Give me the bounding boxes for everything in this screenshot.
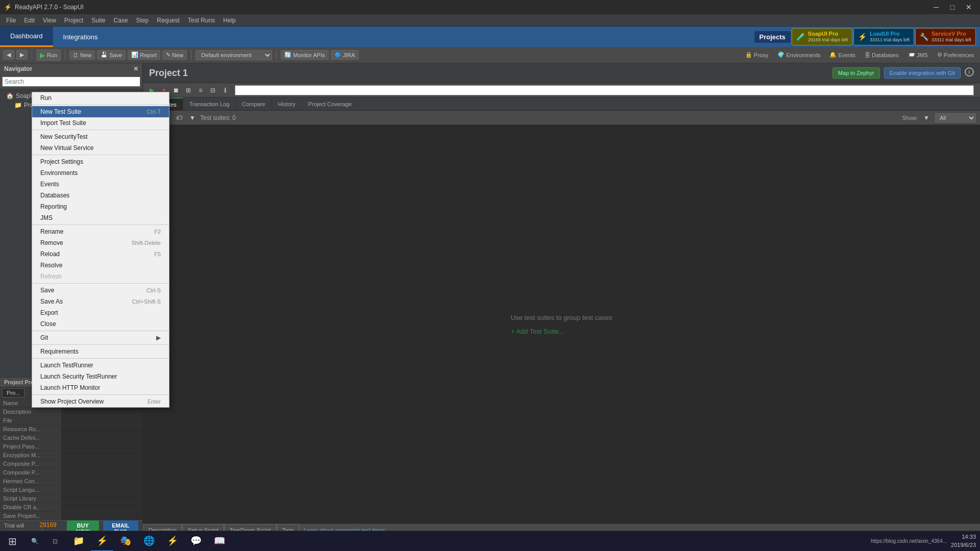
tab-integrations[interactable]: Integrations: [53, 27, 108, 47]
menu-request[interactable]: Request: [153, 16, 184, 25]
ctx-import-test-suite[interactable]: Import Test Suite: [32, 117, 169, 129]
tab-dashboard[interactable]: Dashboard: [0, 27, 53, 47]
filter-btn[interactable]: ▼: [187, 112, 198, 123]
menu-suite[interactable]: Suite: [87, 16, 109, 25]
ctx-jms[interactable]: JMS: [32, 212, 169, 223]
ctx-refresh[interactable]: Refresh: [32, 271, 169, 282]
menu-test-runs[interactable]: Test Runs: [184, 16, 219, 25]
search-input[interactable]: [2, 77, 140, 87]
info-toggle[interactable]: ℹ: [219, 85, 231, 96]
prop-val-comp2[interactable]: [61, 468, 142, 477]
prop-val-scriptlib[interactable]: [61, 494, 142, 503]
stop2-button[interactable]: ⏹: [170, 85, 182, 96]
events-button[interactable]: 🔔 Events: [826, 51, 859, 59]
nav-close-button[interactable]: ✕: [133, 65, 138, 72]
minimize-button[interactable]: ─: [929, 0, 943, 14]
prop-val-desc[interactable]: [61, 408, 142, 416]
ctx-new-test-suite[interactable]: New Test SuiteCtrl-T: [32, 106, 169, 117]
save-button[interactable]: 💾 Save: [97, 50, 126, 60]
taskbar-dict[interactable]: 📖: [208, 531, 231, 552]
proxy-button[interactable]: 🔒 Proxy: [742, 51, 771, 59]
menu-edit[interactable]: Edit: [20, 16, 39, 25]
tab-history[interactable]: History: [272, 97, 302, 110]
taskbar-search-button[interactable]: 🔍: [24, 531, 45, 552]
prop-val-save[interactable]: [61, 512, 142, 520]
projects-btn[interactable]: Projects: [754, 31, 791, 43]
taskbar-explorer[interactable]: 📁: [67, 531, 90, 552]
menu-help[interactable]: Help: [219, 16, 240, 25]
prop-val-disable[interactable]: [61, 503, 142, 511]
ctx-new-security-test[interactable]: New SecurityTest: [32, 131, 169, 142]
taskbar-wechat[interactable]: 💬: [185, 531, 207, 552]
monitor-apis-button[interactable]: 🔄 Monitor APIs: [281, 50, 328, 60]
prop-val-hermes[interactable]: [61, 477, 142, 485]
prop-val-file[interactable]: [61, 416, 142, 424]
ctx-reload[interactable]: ReloadF5: [32, 248, 169, 260]
ctx-databases[interactable]: Databases: [32, 190, 169, 201]
prop-val-cache[interactable]: [61, 434, 142, 442]
ctx-git[interactable]: Git▶: [32, 332, 169, 343]
environment-select[interactable]: Default environment: [195, 50, 272, 60]
servicev-pro-btn[interactable]: 🔧 ServiceV Pro 33311 trial days left: [915, 28, 976, 45]
prop-val-encrypt[interactable]: [61, 451, 142, 459]
ctx-reporting[interactable]: Reporting: [32, 201, 169, 212]
tab-project-coverage[interactable]: Project Coverage: [302, 97, 358, 110]
prop-val-pass[interactable]: [61, 442, 142, 450]
report-button[interactable]: 📊 Report: [128, 50, 160, 60]
ctx-requirements[interactable]: Requirements: [32, 346, 169, 357]
ctx-save-as[interactable]: Save AsCtrl+Shift-S: [32, 296, 169, 307]
menu-file[interactable]: File: [2, 16, 20, 25]
properties-tab[interactable]: Pro...: [2, 388, 24, 397]
tab-transaction-log[interactable]: Transaction Log: [183, 97, 236, 110]
ctx-save[interactable]: SaveCtrl-S: [32, 285, 169, 296]
ctx-project-settings[interactable]: Project Settings: [32, 156, 169, 167]
menu-view[interactable]: View: [39, 16, 60, 25]
ctx-new-virtual-service[interactable]: New Virtual Service: [32, 142, 169, 154]
ctx-events[interactable]: Events: [32, 179, 169, 190]
show-select[interactable]: All: [935, 113, 976, 122]
show-filter-arrow[interactable]: ▼: [921, 112, 932, 123]
ctx-show-project-overview[interactable]: Show Project OverviewEnter: [32, 396, 169, 407]
ctx-export[interactable]: Export: [32, 307, 169, 318]
ctx-remove[interactable]: RemoveShift-Delete: [32, 237, 169, 248]
environments-button[interactable]: 🌍 Environments: [774, 51, 823, 59]
prop-val-resource[interactable]: [61, 425, 142, 433]
maximize-button[interactable]: □: [945, 0, 960, 14]
taskbar-app1[interactable]: 🎭: [114, 531, 137, 552]
ctx-launch-testrunner[interactable]: Launch TestRunner: [32, 360, 169, 371]
taskbar-readyapi2[interactable]: ⚡: [161, 531, 184, 552]
split-button[interactable]: ⊞: [183, 85, 194, 96]
tag-btn[interactable]: 🏷: [174, 112, 185, 123]
jira-button[interactable]: 🔷 JIRA: [331, 50, 359, 60]
forward-button[interactable]: ▶: [16, 50, 28, 60]
enable-git-button[interactable]: Enable integration with Git: [884, 67, 961, 79]
run-button[interactable]: ▶ Run: [36, 49, 61, 61]
taskbar-readyapi-app[interactable]: ⚡: [91, 531, 113, 552]
ctx-launch-http-monitor[interactable]: Launch HTTP Monitor: [32, 382, 169, 393]
start-button[interactable]: ⊞: [0, 531, 24, 552]
new-button[interactable]: 🗋 New: [69, 51, 95, 60]
ctx-launch-security-testrunner[interactable]: Launch Security TestRunner: [32, 371, 169, 382]
ctx-close[interactable]: Close: [32, 318, 169, 330]
taskbar-chrome[interactable]: 🌐: [138, 531, 160, 552]
ctx-environments[interactable]: Environments: [32, 167, 169, 179]
prop-val-comp1[interactable]: [61, 460, 142, 468]
suite-search-input[interactable]: [235, 85, 974, 95]
jms-button[interactable]: 📨 JMS: [905, 51, 931, 59]
preferences-button[interactable]: ⚙ Preferences: [934, 51, 977, 59]
list-view-button[interactable]: ≡: [195, 85, 206, 96]
ctx-rename[interactable]: RenameF2: [32, 226, 169, 237]
back-button[interactable]: ◀: [3, 50, 14, 60]
menu-project[interactable]: Project: [60, 16, 87, 25]
tab-compare[interactable]: Compare: [236, 97, 272, 110]
close-button[interactable]: ✕: [962, 0, 976, 14]
info-button[interactable]: i: [965, 67, 974, 77]
new2-button[interactable]: ✎ New: [162, 50, 187, 60]
prop-val-scriptlang[interactable]: [61, 486, 142, 494]
menu-case[interactable]: Case: [110, 16, 132, 25]
databases-button[interactable]: 🗄 Databases: [862, 51, 902, 59]
task-view-button[interactable]: ⊡: [45, 531, 65, 552]
ctx-resolve[interactable]: Resolve: [32, 260, 169, 271]
menu-step[interactable]: Step: [132, 16, 153, 25]
add-test-suite-button[interactable]: + Add Test Suite...: [511, 328, 565, 335]
